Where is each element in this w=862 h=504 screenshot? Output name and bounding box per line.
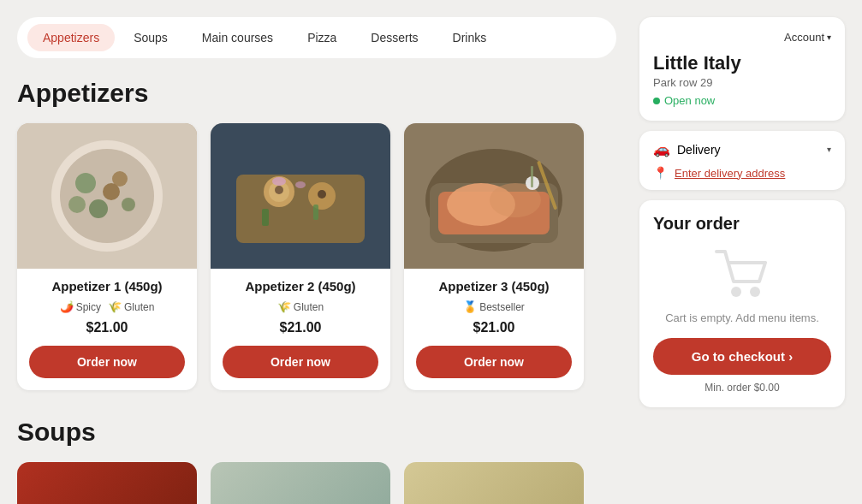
account-label: Account bbox=[784, 31, 824, 44]
svg-point-7 bbox=[68, 196, 86, 213]
appetizers-title: Appetizers bbox=[17, 79, 626, 108]
svg-point-29 bbox=[731, 287, 741, 297]
category-nav: Appetizers Soups Main courses Pizza Dess… bbox=[17, 17, 616, 58]
product-card-3: Appetizer 3 (450g) 🏅 Bestseller $21.00 O… bbox=[404, 123, 584, 390]
soups-row bbox=[17, 462, 626, 504]
order-btn-1[interactable]: Order now bbox=[29, 346, 185, 378]
soup-card-2 bbox=[211, 462, 390, 504]
gluten-icon-2: 🌾 bbox=[277, 300, 291, 313]
product-name-2: Appetizer 2 (450g) bbox=[223, 279, 378, 294]
product-tags-2: 🌾 Gluten bbox=[223, 300, 378, 313]
tag-bestseller: 🏅 Bestseller bbox=[463, 300, 525, 313]
svg-point-17 bbox=[295, 181, 306, 188]
category-soups[interactable]: Soups bbox=[118, 24, 183, 51]
cart-icon bbox=[712, 247, 772, 303]
svg-rect-19 bbox=[313, 205, 318, 220]
product-img-1 bbox=[17, 123, 197, 269]
min-order-text: Min. order $0.00 bbox=[653, 382, 831, 394]
tag-spicy: 🌶️ Spicy bbox=[60, 300, 101, 313]
product-tags-3: 🏅 Bestseller bbox=[416, 300, 572, 313]
category-main-courses[interactable]: Main courses bbox=[187, 24, 288, 51]
order-card: Your order Cart is empty. Add menu items… bbox=[639, 200, 845, 407]
delivery-label: Delivery bbox=[677, 143, 820, 157]
soup-card-1 bbox=[17, 462, 197, 504]
product-name-1: Appetizer 1 (450g) bbox=[29, 279, 185, 294]
delivery-address-row: 📍 Enter delivery address bbox=[653, 166, 831, 180]
pin-icon: 📍 bbox=[653, 166, 668, 180]
category-desserts[interactable]: Desserts bbox=[355, 24, 433, 51]
gluten-icon-1: 🌾 bbox=[108, 300, 122, 313]
product-img-3 bbox=[404, 123, 584, 269]
restaurant-card: Account ▾ Little Italy Park row 29 Open … bbox=[639, 17, 845, 121]
svg-point-8 bbox=[122, 198, 135, 211]
main-content: Appetizers Soups Main courses Pizza Dess… bbox=[17, 17, 626, 504]
product-tags-1: 🌶️ Spicy 🌾 Gluten bbox=[29, 300, 185, 313]
order-btn-3[interactable]: Order now bbox=[416, 346, 572, 378]
appetizers-grid: Appetizer 1 (450g) 🌶️ Spicy 🌾 Gluten $21… bbox=[17, 123, 626, 390]
product-price-1: $21.00 bbox=[29, 320, 185, 335]
restaurant-name: Little Italy bbox=[653, 52, 831, 74]
restaurant-address: Park row 29 bbox=[653, 76, 831, 89]
sidebar: Account ▾ Little Italy Park row 29 Open … bbox=[639, 17, 845, 504]
svg-point-5 bbox=[89, 199, 108, 218]
category-appetizers[interactable]: Appetizers bbox=[27, 24, 115, 51]
svg-point-16 bbox=[272, 177, 286, 186]
svg-point-3 bbox=[75, 173, 96, 193]
order-title: Your order bbox=[653, 214, 831, 234]
svg-point-13 bbox=[275, 186, 283, 194]
car-icon: 🚗 bbox=[653, 141, 670, 157]
product-img-2 bbox=[211, 123, 390, 269]
account-menu[interactable]: Account ▾ bbox=[653, 31, 831, 44]
soup-card-3 bbox=[404, 462, 584, 504]
spicy-icon: 🌶️ bbox=[60, 300, 74, 313]
cart-icon-area bbox=[653, 247, 831, 303]
soups-title: Soups bbox=[17, 418, 626, 447]
product-price-2: $21.00 bbox=[223, 320, 378, 335]
tag-gluten-1: 🌾 Gluten bbox=[108, 300, 154, 313]
svg-rect-27 bbox=[531, 166, 533, 187]
delivery-card: 🚗 Delivery ▾ 📍 Enter delivery address bbox=[639, 131, 845, 190]
category-pizza[interactable]: Pizza bbox=[292, 24, 352, 51]
product-name-3: Appetizer 3 (450g) bbox=[416, 279, 572, 294]
svg-point-6 bbox=[112, 171, 128, 187]
svg-point-30 bbox=[750, 287, 760, 297]
product-card-1: Appetizer 1 (450g) 🌶️ Spicy 🌾 Gluten $21… bbox=[17, 123, 197, 390]
account-chevron-icon: ▾ bbox=[827, 33, 831, 42]
svg-point-15 bbox=[318, 190, 326, 199]
category-drinks[interactable]: Drinks bbox=[437, 24, 502, 51]
open-status: Open now bbox=[653, 94, 831, 107]
tag-gluten-2: 🌾 Gluten bbox=[277, 300, 324, 313]
cart-empty-text: Cart is empty. Add menu items. bbox=[653, 311, 831, 324]
checkout-button[interactable]: Go to checkout › bbox=[653, 338, 831, 375]
product-card-2: Appetizer 2 (450g) 🌾 Gluten $21.00 Order… bbox=[211, 123, 390, 390]
order-btn-2[interactable]: Order now bbox=[223, 346, 378, 378]
svg-rect-18 bbox=[262, 209, 269, 226]
bestseller-icon: 🏅 bbox=[463, 300, 477, 313]
product-price-3: $21.00 bbox=[416, 320, 572, 335]
delivery-select-row: 🚗 Delivery ▾ bbox=[653, 141, 831, 157]
open-dot-icon bbox=[653, 98, 660, 104]
delivery-chevron-icon[interactable]: ▾ bbox=[827, 145, 831, 154]
enter-address-link[interactable]: Enter delivery address bbox=[675, 167, 785, 180]
